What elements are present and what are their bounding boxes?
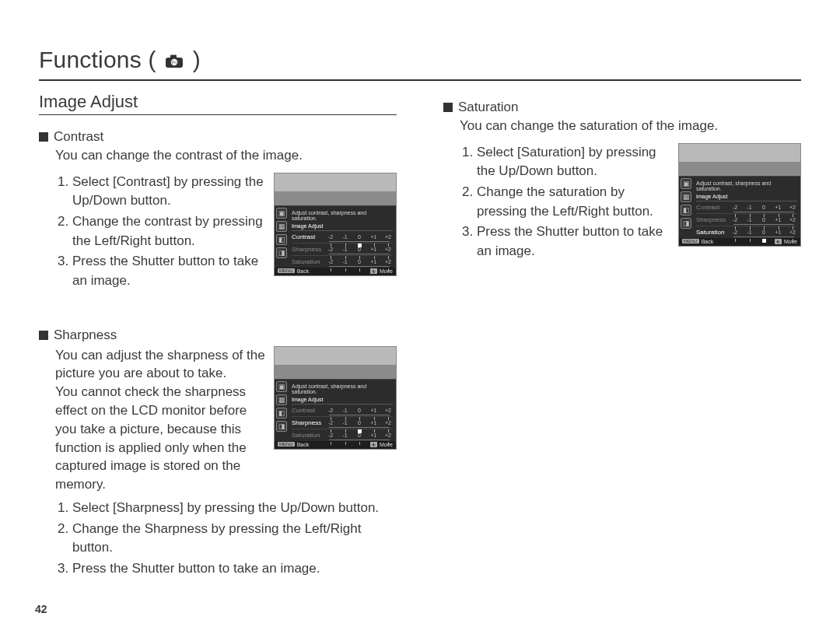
saturation-desc: You can change the saturation of the ima… [460, 117, 801, 135]
lcd-icon: ▣ [276, 208, 287, 219]
lcd-menu-title: Image Adjust [696, 193, 797, 201]
lcd-menu-title: Image Adjust [292, 396, 393, 405]
lcd-screenshot-sharpness: ▣ ▦ ◧ ◨ Adjust contrast, sharpness and s… [274, 346, 397, 450]
sharpness-desc-1: You can adjust the sharpness of the pict… [55, 346, 266, 384]
lcd-icon: ◧ [681, 205, 691, 215]
page-title: Functions ( Fn ) [39, 47, 801, 81]
slider-contrast: Contrast -2 -1 0 +1 +2 [292, 231, 393, 243]
contrast-title: Contrast [54, 129, 103, 144]
lcd-back: MENUBack [278, 442, 309, 447]
sharpness-block: Sharpness You can adjust the sharpness o… [39, 328, 397, 579]
section-heading: Image Adjust [39, 92, 397, 115]
left-column: Image Adjust Contrast You can change the… [39, 92, 397, 602]
page-number: 42 [35, 603, 47, 615]
contrast-heading: Contrast [39, 129, 397, 145]
slider-saturation: Saturation -2 -1 0 +1 +2 [292, 256, 393, 268]
saturation-step-2: Change the saturation by pressing the Le… [477, 183, 670, 221]
saturation-step-3: Press the Shutter button to take an imag… [477, 222, 670, 261]
lcd-icon: ▦ [276, 221, 287, 232]
lcd-screenshot-contrast: ▣ ▦ ◧ ◨ Adjust contrast, sharpness and s… [274, 173, 397, 276]
lcd-hint: Adjust contrast, sharpness and saturatio… [292, 383, 393, 396]
saturation-block: Saturation You can change the saturation… [443, 100, 801, 263]
lcd-icon: ◨ [276, 421, 287, 432]
lcd-icon: ◨ [681, 218, 691, 229]
contrast-step-1: Select [Contrast] by pressing the Up/Dow… [72, 173, 266, 211]
lcd-icon: ◧ [276, 408, 287, 419]
lcd-icon: ▦ [681, 191, 691, 202]
lcd-icon: ◨ [276, 247, 287, 258]
contrast-step-2: Change the contrast by pressing the Left… [72, 212, 266, 250]
lcd-icon: ▣ [681, 178, 691, 189]
sharpness-steps: Select [Sharpness] by pressing the Up/Do… [55, 499, 397, 579]
saturation-steps: Select [Saturation] by pressing the Up/D… [460, 143, 670, 263]
slider-contrast: Contrast -2 -1 0 +1 +2 [696, 201, 797, 214]
slider-saturation: Saturation -2 -1 0 +1 +2 [696, 226, 797, 238]
sharpness-step-1: Select [Sharpness] by pressing the Up/Do… [72, 499, 397, 518]
camera-icon: Fn [164, 48, 184, 75]
bullet-square-icon [39, 331, 48, 340]
lcd-back: MENUBack [682, 239, 713, 244]
bullet-square-icon [443, 103, 453, 112]
saturation-heading: Saturation [443, 100, 801, 115]
svg-text:Fn: Fn [172, 60, 177, 65]
sharpness-title: Sharpness [54, 328, 117, 342]
slider-sharpness: Sharpness -2 -1 0 +1 +2 [292, 417, 393, 429]
slider-saturation: Saturation -2 -1 0 +1 +2 [292, 429, 393, 441]
contrast-steps: Select [Contrast] by pressing the Up/Dow… [55, 173, 266, 292]
contrast-step-3: Press the Shutter button to take an imag… [72, 252, 266, 290]
slider-sharpness: Sharpness -2 -1 0 +1 +2 [292, 243, 393, 256]
lcd-icon: ▣ [276, 381, 287, 392]
contrast-block: Contrast You can change the contrast of … [39, 129, 397, 292]
title-prefix: Functions ( [39, 47, 156, 72]
lcd-hint: Adjust contrast, sharpness and saturatio… [292, 209, 393, 222]
lcd-icon: ▦ [276, 394, 287, 405]
lcd-back: MENUBack [278, 268, 309, 274]
saturation-step-1: Select [Saturation] by pressing the Up/D… [477, 143, 670, 181]
bullet-square-icon [39, 132, 48, 142]
lcd-screenshot-saturation: ▣ ▦ ◧ ◨ Adjust contrast, sharpness and s… [678, 143, 801, 247]
saturation-title: Saturation [458, 100, 519, 114]
slider-contrast: Contrast -2 -1 0 +1 +2 [292, 405, 393, 417]
sharpness-step-2: Change the Sharpness by pressing the Lef… [72, 520, 397, 558]
lcd-menu-title: Image Adjust [292, 222, 393, 231]
slider-sharpness: Sharpness -2 -1 0 +1 +2 [696, 214, 797, 226]
lcd-hint: Adjust contrast, sharpness and saturatio… [696, 180, 797, 193]
right-column: Saturation You can change the saturation… [443, 92, 801, 602]
svg-rect-1 [170, 55, 177, 58]
title-suffix: ) [193, 47, 201, 72]
contrast-desc: You can change the contrast of the image… [55, 146, 397, 165]
sharpness-desc-2: You cannot check the sharpness effect on… [55, 383, 266, 494]
sharpness-step-3: Press the Shutter button to take an imag… [72, 559, 397, 579]
sharpness-heading: Sharpness [39, 328, 397, 343]
lcd-icon: ◧ [276, 234, 287, 245]
